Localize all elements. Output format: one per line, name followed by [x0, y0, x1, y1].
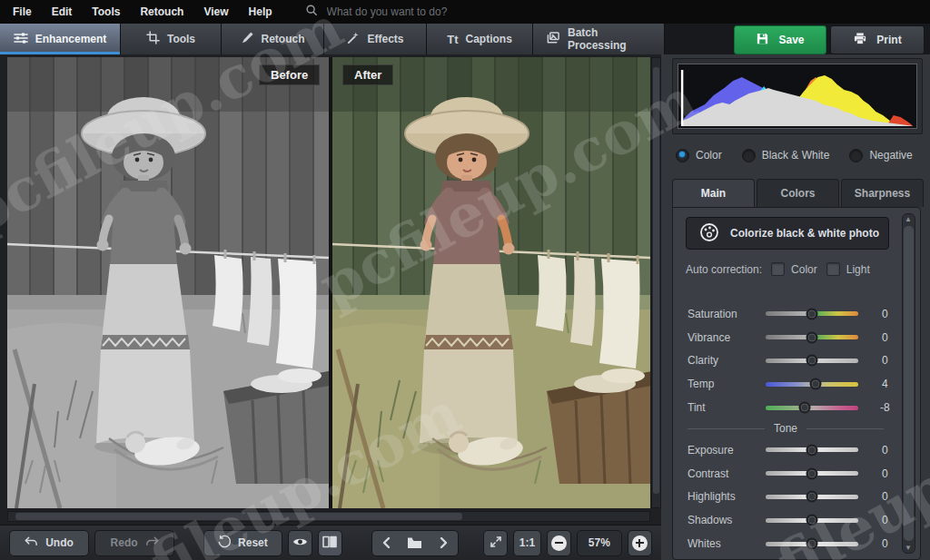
zoom-out-button[interactable]: [547, 530, 571, 556]
menu-view[interactable]: View: [203, 5, 228, 18]
highlights-slider[interactable]: [766, 495, 858, 499]
temp-slider-thumb[interactable]: [810, 378, 822, 390]
fit-to-screen-button[interactable]: [483, 530, 508, 556]
exposure-slider[interactable]: [766, 447, 858, 452]
shadows-slider-row: Shadows 0: [673, 508, 898, 532]
menu-help[interactable]: Help: [249, 5, 272, 18]
panel-tab-colors[interactable]: Colors: [757, 179, 839, 207]
exposure-value: 0: [871, 444, 898, 457]
menu-edit[interactable]: Edit: [52, 5, 73, 18]
mode-color[interactable]: Color: [676, 149, 722, 162]
auto-color-checkbox-item[interactable]: Color: [771, 262, 817, 276]
panel-scroll-up-icon[interactable]: ▲: [905, 216, 911, 222]
clarity-slider[interactable]: [766, 359, 858, 363]
contrast-slider[interactable]: [766, 471, 858, 476]
batch-icon: [546, 31, 560, 47]
preview-original-button[interactable]: [288, 530, 312, 556]
save-button[interactable]: Save: [734, 25, 826, 54]
tab-effects-label: Effects: [367, 33, 403, 45]
zoom-in-button[interactable]: [628, 530, 652, 556]
next-photo-button[interactable]: [430, 531, 458, 555]
tint-slider[interactable]: [766, 406, 858, 410]
panel-scroll-down-icon[interactable]: ▼: [905, 545, 911, 551]
floppy-icon: [756, 32, 769, 48]
tab-batch-processing[interactable]: Batch Processing: [533, 24, 665, 54]
menu-retouch[interactable]: Retouch: [140, 5, 183, 18]
tab-captions[interactable]: Tt Captions: [427, 24, 533, 54]
temp-slider-row: Temp 4: [673, 372, 898, 396]
auto-light-checkbox[interactable]: [826, 262, 840, 276]
actual-size-button[interactable]: 1:1: [513, 530, 541, 556]
menu-file[interactable]: File: [13, 5, 32, 18]
search-icon: [305, 4, 318, 20]
radio-negative[interactable]: [849, 149, 863, 162]
auto-correction-row: Auto correction: Color Light: [686, 262, 870, 276]
vibrance-value: 0: [871, 331, 898, 344]
panel-scrollbar-thumb[interactable]: [904, 226, 914, 541]
search-input[interactable]: [325, 5, 547, 19]
canvas-horizontal-scrollbar[interactable]: [7, 511, 650, 522]
tab-tools[interactable]: Tools: [121, 24, 222, 54]
tint-value: -8: [871, 401, 898, 414]
menu-tools[interactable]: Tools: [92, 5, 120, 18]
reset-label: Reset: [238, 536, 268, 549]
tab-effects[interactable]: Effects: [324, 24, 427, 54]
magic-wand-icon: [346, 31, 360, 47]
panel-tab-main[interactable]: Main: [672, 179, 755, 207]
saturation-label: Saturation: [688, 308, 766, 320]
saturation-value: 0: [871, 308, 898, 320]
vibrance-slider-thumb[interactable]: [806, 331, 818, 343]
tint-slider-row: Tint -8: [673, 396, 898, 419]
bottom-toolbar: Undo Redo Reset: [0, 525, 661, 560]
reset-button[interactable]: Reset: [203, 530, 282, 556]
auto-color-checkbox[interactable]: [771, 262, 785, 276]
contrast-slider-thumb[interactable]: [806, 467, 818, 479]
slider-list: Saturation 0 Vibrance 0 Clarity 0 Temp: [673, 302, 898, 555]
color-mode-row: Color Black & White Negative: [676, 145, 913, 165]
open-folder-button[interactable]: [401, 531, 429, 555]
canvas-vertical-scrollbar[interactable]: [651, 57, 661, 508]
vibrance-label: Vibrance: [688, 331, 766, 344]
whites-slider[interactable]: [766, 542, 858, 546]
saturation-slider[interactable]: [766, 311, 858, 316]
mode-negative[interactable]: Negative: [849, 149, 912, 162]
mode-black-white-label: Black & White: [762, 149, 830, 162]
previous-photo-button[interactable]: [372, 531, 400, 555]
panel-tab-sharpness[interactable]: Sharpness: [841, 179, 924, 207]
highlights-slider-thumb[interactable]: [806, 491, 818, 503]
clarity-slider-thumb[interactable]: [806, 355, 818, 367]
photo-frame: Before After: [7, 57, 650, 508]
tint-label: Tint: [688, 401, 766, 414]
print-button[interactable]: Print: [830, 25, 925, 54]
undo-button[interactable]: Undo: [9, 530, 89, 556]
contrast-label: Contrast: [688, 467, 766, 480]
shadows-slider[interactable]: [766, 518, 858, 523]
whites-slider-thumb[interactable]: [806, 538, 818, 550]
shadows-slider-thumb[interactable]: [806, 515, 818, 526]
temp-slider[interactable]: [766, 382, 858, 387]
radio-black-white[interactable]: [742, 149, 756, 162]
tab-enhancement-label: Enhancement: [35, 33, 107, 45]
compare-icon: [322, 535, 337, 551]
auto-light-checkbox-item[interactable]: Light: [826, 262, 870, 276]
radio-color[interactable]: [676, 149, 689, 162]
clarity-label: Clarity: [688, 354, 766, 367]
tint-slider-thumb[interactable]: [799, 402, 811, 414]
highlights-value: 0: [871, 490, 898, 503]
tab-enhancement[interactable]: Enhancement: [0, 24, 121, 54]
tab-retouch[interactable]: Retouch: [222, 24, 324, 54]
exposure-slider-thumb[interactable]: [806, 444, 818, 456]
compare-view-button[interactable]: [318, 530, 342, 556]
actual-size-label: 1:1: [519, 536, 535, 549]
printer-icon: [853, 32, 867, 48]
tab-captions-label: Captions: [465, 33, 511, 45]
whites-value: 0: [871, 537, 898, 550]
eye-icon: [292, 536, 308, 550]
mode-black-white[interactable]: Black & White: [742, 149, 830, 162]
redo-button[interactable]: Redo: [94, 530, 174, 556]
saturation-slider-thumb[interactable]: [806, 308, 818, 319]
sliders-icon: [14, 32, 28, 47]
vibrance-slider[interactable]: [766, 335, 858, 339]
colorize-button[interactable]: Colorize black & white photo: [686, 217, 889, 250]
panel-scrollbar[interactable]: ▲ ▼: [902, 213, 915, 554]
